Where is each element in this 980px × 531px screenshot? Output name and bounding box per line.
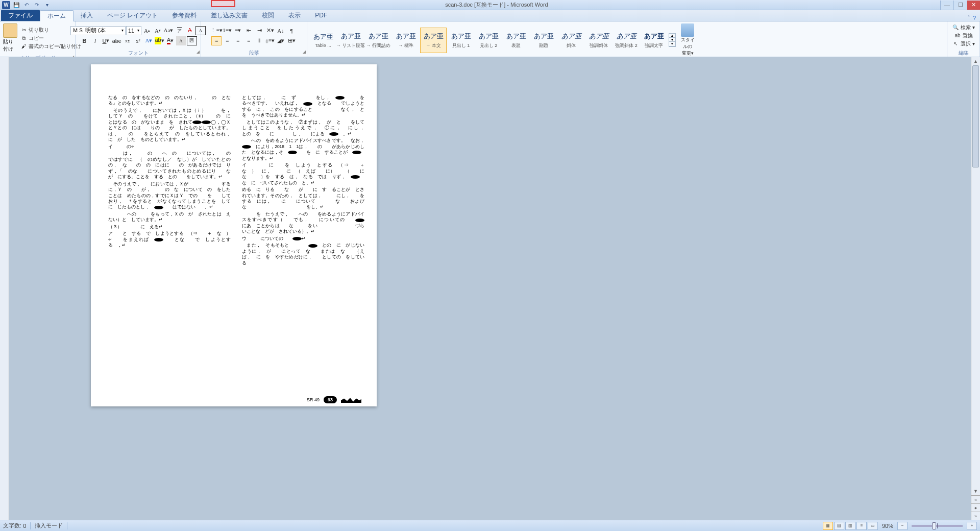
style-item[interactable]: あア亜副題 (530, 28, 557, 53)
next-page-icon[interactable]: » (971, 512, 980, 520)
style-item[interactable]: あア亜強調斜体 2 (613, 28, 640, 53)
text-effects-button[interactable]: A▾ (144, 36, 154, 45)
char-border-button[interactable]: 囲 (187, 36, 197, 45)
style-item[interactable]: あア亜→ 行間詰め (365, 28, 391, 53)
tab-mailings[interactable]: 差し込み文書 (204, 10, 255, 21)
change-styles-button[interactable]: スタイルの 変更▾ (678, 22, 697, 58)
zoom-in-button[interactable]: + (967, 522, 977, 530)
minimize-button[interactable]: — (940, 1, 953, 10)
find-button[interactable]: 🔍検索▾ (952, 23, 975, 32)
shading-button[interactable]: ◢▾ (276, 36, 286, 45)
zoom-slider-thumb[interactable] (932, 522, 936, 529)
save-icon[interactable]: 💾 (12, 1, 20, 9)
font-launcher-icon[interactable]: ◢ (197, 50, 200, 54)
undo-icon[interactable]: ↶ (22, 1, 31, 9)
underline-button[interactable]: U▾ (101, 36, 111, 45)
distribute-button[interactable]: ⫴ (254, 36, 264, 45)
insert-mode[interactable]: 挿入モード (35, 522, 63, 529)
borders-button[interactable]: ⊞▾ (286, 36, 297, 45)
word-count-value[interactable]: 0 (23, 523, 26, 529)
help-icon[interactable]: ? (973, 15, 976, 21)
select-button[interactable]: ↖選択▾ (952, 40, 975, 48)
browse-object-icon[interactable]: ● (971, 503, 980, 512)
char-shading-button[interactable]: A (176, 36, 186, 45)
replace-button[interactable]: ab置換 (954, 32, 973, 40)
style-item[interactable]: あア亜強調太字 (641, 28, 667, 53)
web-view-button[interactable]: ▥ (845, 522, 855, 530)
style-item[interactable]: あア亜見出し 1 (448, 28, 474, 53)
outline-view-button[interactable]: ≡ (856, 522, 867, 530)
italic-button[interactable]: I (90, 36, 101, 45)
font-name-combo[interactable]: ＭＳ 明朝 (本▾ (70, 26, 126, 35)
vertical-ruler[interactable] (0, 57, 9, 520)
justify-button[interactable]: ≡ (243, 36, 254, 45)
bold-button[interactable]: B (80, 36, 90, 45)
show-marks-button[interactable]: ¶ (286, 26, 297, 35)
phonetic-guide-button[interactable]: ア (174, 26, 184, 35)
scissors-icon: ✂ (20, 27, 27, 33)
format-painter-button[interactable]: 🖌書式のコピー/貼り付け (20, 42, 81, 51)
word-count-label[interactable]: 文字数: (3, 522, 21, 529)
style-item[interactable]: あア亜表題 (503, 28, 529, 53)
style-item[interactable]: あア亜斜体 (558, 28, 584, 53)
font-size-combo[interactable]: 11▾ (126, 26, 141, 35)
clear-format-button[interactable]: A̶ (185, 26, 195, 35)
close-button[interactable]: ✕ (967, 1, 980, 10)
style-item[interactable]: あア亜→ 標準 (393, 28, 419, 53)
sort-button[interactable]: A↓ (276, 26, 286, 35)
style-item[interactable]: あア亜強調斜体 (585, 28, 612, 53)
print-layout-view-button[interactable]: ▦ (823, 522, 833, 530)
align-left-button[interactable]: ≡ (211, 36, 222, 45)
tab-file[interactable]: ファイル (1, 10, 40, 21)
copy-button[interactable]: ⧉コピー (20, 34, 81, 42)
zoom-level[interactable]: 90% (882, 523, 893, 529)
shrink-font-button[interactable]: A▾ (153, 26, 163, 35)
minimize-ribbon-icon[interactable]: ˆ (968, 15, 970, 21)
qat-customize-icon[interactable]: ▾ (43, 1, 51, 9)
scroll-up-icon[interactable]: ▲ (971, 57, 980, 65)
font-color-button[interactable]: A▾ (165, 36, 176, 45)
style-item[interactable]: あア亜見出し 2 (475, 28, 502, 53)
increase-indent-button[interactable]: ⇥ (254, 26, 264, 35)
zoom-slider[interactable] (912, 525, 963, 527)
prev-page-icon[interactable]: « (971, 495, 980, 503)
numbering-button[interactable]: 1≡▾ (222, 26, 232, 35)
tab-insert[interactable]: 挿入 (74, 10, 100, 21)
tab-review[interactable]: 校閲 (255, 10, 281, 21)
vertical-scrollbar[interactable]: ▲ ▼ « ● » (971, 57, 980, 520)
superscript-button[interactable]: x² (133, 36, 143, 45)
copy-icon: ⧉ (20, 35, 27, 41)
scroll-track[interactable] (971, 65, 980, 487)
page-container[interactable]: なる の をするなどの の のないり， の となる』とのをしています。↵ そのう… (9, 57, 971, 520)
paste-button[interactable]: 貼り付け (2, 22, 18, 54)
multilevel-button[interactable]: ≡▾ (233, 26, 243, 35)
fullscreen-view-button[interactable]: ▤ (834, 522, 844, 530)
tab-layout[interactable]: ページ レイアウト (100, 10, 165, 21)
style-item[interactable]: あア亜→ 本文 (420, 28, 447, 53)
align-center-button[interactable]: ≡ (222, 36, 232, 45)
grow-font-button[interactable]: A▴ (142, 26, 152, 35)
scroll-down-icon[interactable]: ▼ (971, 487, 980, 495)
bullets-button[interactable]: ⋮≡▾ (211, 26, 222, 35)
decrease-indent-button[interactable]: ⇤ (243, 26, 254, 35)
redo-icon[interactable]: ↷ (33, 1, 41, 9)
scroll-thumb[interactable] (972, 65, 979, 167)
subscript-button[interactable]: x₂ (122, 36, 133, 45)
change-case-button[interactable]: Aa▾ (163, 26, 174, 35)
draft-view-button[interactable]: ▭ (868, 522, 878, 530)
style-item[interactable]: あア亜→ リスト段落 (337, 28, 364, 53)
line-spacing-button[interactable]: ‡≡▾ (265, 36, 275, 45)
tab-view[interactable]: 表示 (281, 10, 308, 21)
align-right-button[interactable]: ≡ (233, 36, 243, 45)
tab-home[interactable]: ホーム (40, 10, 74, 21)
tab-references[interactable]: 参考資料 (165, 10, 204, 21)
strike-button[interactable]: abc (112, 36, 122, 45)
tab-pdf[interactable]: PDF (308, 10, 334, 21)
maximize-button[interactable]: ☐ (953, 1, 967, 10)
highlight-button[interactable]: ab▾ (155, 36, 165, 45)
style-item[interactable]: あア亜Table ... (310, 28, 336, 53)
asian-layout-button[interactable]: ✕▾ (265, 26, 275, 35)
para-launcher-icon[interactable]: ◢ (303, 50, 306, 54)
styles-more-button[interactable]: ▲▼▾ (669, 33, 676, 47)
zoom-out-button[interactable]: − (897, 522, 908, 530)
